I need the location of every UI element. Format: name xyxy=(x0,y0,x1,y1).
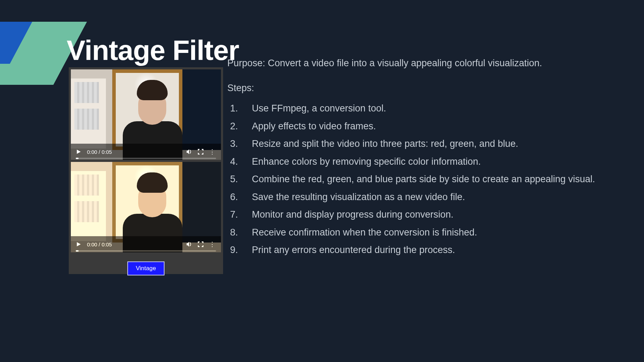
scene-person xyxy=(127,172,176,246)
step-item: Save the resulting visualization as a ne… xyxy=(227,190,623,204)
steps-label: Steps: xyxy=(227,81,623,95)
fullscreen-icon[interactable] xyxy=(198,149,203,155)
step-item: Monitor and display progress during conv… xyxy=(227,207,623,222)
video-panel: 0:00 / 0:05 ⋮ xyxy=(69,67,223,274)
more-icon[interactable]: ⋮ xyxy=(209,148,216,156)
video-controls: 0:00 / 0:05 ⋮ xyxy=(71,236,221,252)
scene-person xyxy=(127,80,176,153)
scene-window xyxy=(179,69,221,150)
progress-bar[interactable] xyxy=(76,158,216,159)
step-item: Receive confirmation when the conversion… xyxy=(227,225,623,240)
scene-shelf xyxy=(71,78,106,149)
scene-window xyxy=(179,162,221,243)
step-item: Apply effects to video frames. xyxy=(227,119,623,134)
scene-shelf xyxy=(71,171,106,241)
body-text: Purpose: Convert a video file into a vis… xyxy=(227,56,623,261)
step-item: Resize and split the video into three pa… xyxy=(227,137,623,151)
video-time: 0:00 / 0:05 xyxy=(87,149,112,155)
fullscreen-icon[interactable] xyxy=(198,241,203,247)
step-item: Enhance colors by removing specific colo… xyxy=(227,155,623,169)
more-icon[interactable]: ⋮ xyxy=(209,240,216,248)
steps-list: Use FFmpeg, a conversion tool. Apply eff… xyxy=(227,101,623,257)
video-filtered[interactable]: 0:00 / 0:05 ⋮ xyxy=(71,162,221,252)
video-original[interactable]: 0:00 / 0:05 ⋮ xyxy=(71,69,221,160)
volume-icon[interactable] xyxy=(186,149,192,155)
purpose-text: Purpose: Convert a video file into a vis… xyxy=(227,56,623,70)
step-item: Combine the red, green, and blue parts s… xyxy=(227,172,623,186)
play-icon[interactable] xyxy=(76,241,81,247)
play-icon[interactable] xyxy=(76,149,81,155)
volume-icon[interactable] xyxy=(186,241,192,247)
vintage-button[interactable]: Vintage xyxy=(127,261,164,275)
video-time: 0:00 / 0:05 xyxy=(87,241,112,247)
progress-bar[interactable] xyxy=(76,250,216,252)
video-controls: 0:00 / 0:05 ⋮ xyxy=(71,144,221,160)
step-item: Print any errors encountered during the … xyxy=(227,243,623,257)
page-title: Vintage Filter xyxy=(67,34,239,67)
step-item: Use FFmpeg, a conversion tool. xyxy=(227,101,623,116)
slide: Vintage Filter 0:00 / 0:05 xyxy=(0,0,644,362)
